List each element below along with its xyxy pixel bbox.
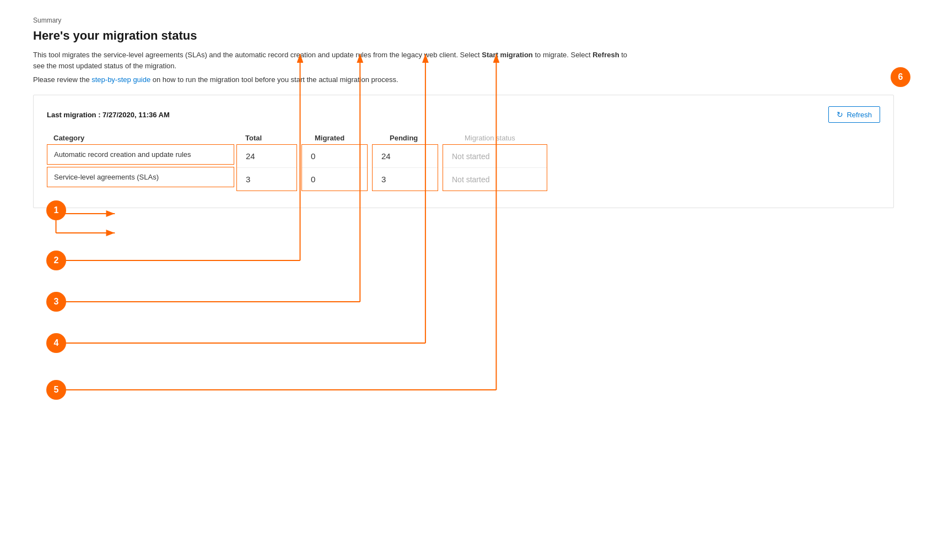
description-text: This tool migrates the service-level agr… [33,50,639,71]
col-header-migrated: Migrated [306,134,376,142]
annotation-6: 6 [891,67,910,87]
guide-text: Please review the step-by-step guide on … [33,75,905,84]
refresh-button[interactable]: ↻ Refresh [828,106,880,123]
col-header-total: Total [236,134,301,142]
col-header-pending: Pending [381,134,451,142]
migrated-row1: 0 [302,145,367,167]
total-column: 24 3 [236,144,297,191]
migrated-row2: 0 [302,167,367,191]
arrows-diagram [33,208,905,439]
table-row: Service-level agreements (SLAs) [47,167,234,187]
status-row1: Not started [443,145,547,167]
table-header-row: Category Total Migrated Pending Migratio… [47,134,880,142]
status-column: Not started Not started [443,144,547,191]
card-header: Last migration : 7/27/2020, 11:36 AM ↻ R… [47,106,880,123]
step-by-step-link[interactable]: step-by-step guide [91,75,150,84]
page-title: Here's your migration status [33,29,905,43]
last-migration-timestamp: Last migration : 7/27/2020, 11:36 AM [47,111,170,119]
table-data-rows: Automatic record creation and update rul… [47,144,880,191]
category-column: Automatic record creation and update rul… [47,144,234,191]
total-row2: 3 [237,167,297,191]
refresh-icon: ↻ [837,110,843,119]
col-header-category: Category [47,134,234,142]
migration-card: Last migration : 7/27/2020, 11:36 AM ↻ R… [33,95,894,208]
annotation-4: 4 [46,333,66,353]
annotation-5: 5 [46,380,66,400]
pending-row2: 3 [373,167,438,191]
annotation-3: 3 [46,292,66,312]
table-row: Automatic record creation and update rul… [47,144,234,165]
col-header-status: Migration status [456,134,566,142]
annotation-2: 2 [46,251,66,270]
annotation-1: 1 [46,200,66,220]
pending-column: 24 3 [372,144,438,191]
total-row1: 24 [237,145,297,167]
pending-row1: 24 [373,145,438,167]
breadcrumb: Summary [33,17,905,24]
status-row2: Not started [443,167,547,191]
migrated-column: 0 0 [301,144,368,191]
